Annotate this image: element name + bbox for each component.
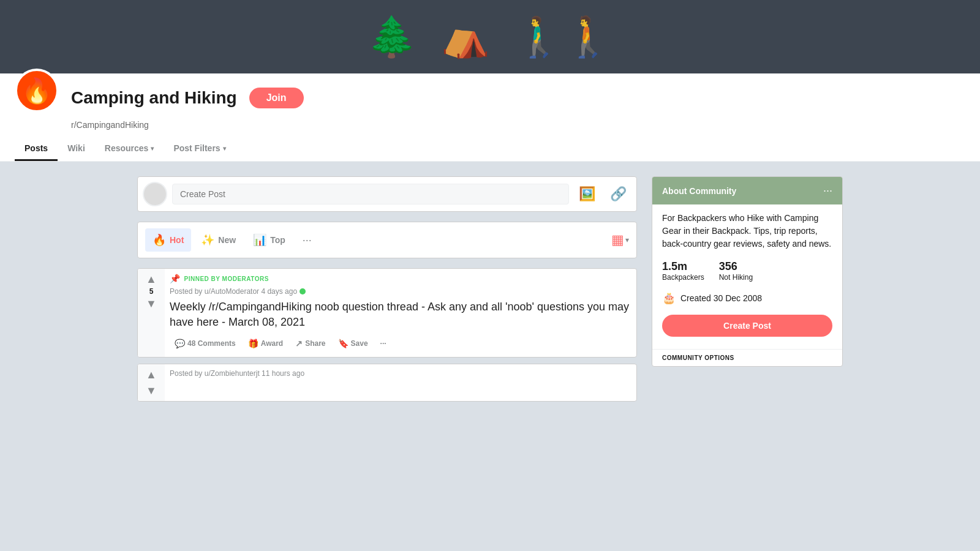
share-button-1[interactable]: ↗ Share <box>290 335 330 352</box>
post-actions-1: 💬 48 Comments 🎁 Award ↗ Share 🔖 Save <box>170 335 631 352</box>
post-content-2: Posted by u/Zombiehunterjt 11 hours ago <box>165 364 636 401</box>
community-description: For Backpackers who Hike with Camping Ge… <box>662 212 832 250</box>
post-content-1: 📌 PINNED BY MODERATORS Posted by u/AutoM… <box>165 269 636 357</box>
more-button-1[interactable]: ··· <box>375 335 391 351</box>
sort-hot-button[interactable]: 🔥 Hot <box>145 228 191 252</box>
online-count: 356 <box>719 260 753 273</box>
cake-icon: 🎂 <box>662 291 676 305</box>
community-avatar: 🔥 <box>15 69 59 113</box>
downvote-button-2[interactable]: ▼ <box>146 385 157 396</box>
post-filters-dropdown-arrow: ▾ <box>223 145 226 152</box>
image-upload-button[interactable]: 🖼️ <box>574 184 600 204</box>
community-banner: 🌲 ⛺ 🚶‍♂️🚶 <box>0 0 980 73</box>
award-icon-1: 🎁 <box>248 339 258 348</box>
sort-top-button[interactable]: 📊 Top <box>246 228 293 252</box>
tree-icon: 🌲 <box>368 14 417 60</box>
create-post-input[interactable] <box>172 184 569 204</box>
post-meta-1: Posted by u/AutoModerator 4 days ago <box>170 287 631 296</box>
resources-dropdown-arrow: ▾ <box>151 145 154 152</box>
about-community-card: About Community ··· For Backpackers who … <box>652 176 843 367</box>
award-button-1[interactable]: 🎁 Award <box>243 335 288 352</box>
post-title-1[interactable]: Weekly /r/CampingandHiking noob question… <box>170 299 631 330</box>
save-button-1[interactable]: 🔖 Save <box>333 335 373 352</box>
fire-icon: 🔥 <box>153 233 166 247</box>
sort-new-button[interactable]: ✨ New <box>194 228 243 252</box>
view-toggle-button[interactable]: ▦ ▾ <box>611 232 629 248</box>
community-options-label: COMMUNITY OPTIONS <box>652 349 842 366</box>
community-created: 🎂 Created 30 Dec 2008 <box>662 291 832 305</box>
left-column: 🖼️ 🔗 🔥 Hot ✨ New 📊 Top ··· ▦ ▾ <box>137 176 637 408</box>
members-count: 1.5m <box>662 260 704 273</box>
tab-post-filters[interactable]: Post Filters ▾ <box>164 137 235 161</box>
avatar-emoji: 🔥 <box>21 77 52 105</box>
chart-icon: 📊 <box>253 233 266 247</box>
save-icon-1: 🔖 <box>338 339 349 348</box>
user-avatar <box>143 182 167 206</box>
members-label: Backpackers <box>662 273 704 282</box>
mod-badge-1 <box>300 288 306 294</box>
vote-column-2: ▲ ▼ <box>138 364 165 401</box>
about-community-title: About Community <box>662 186 736 196</box>
sidebar-card-header: About Community ··· <box>652 177 842 204</box>
pinned-label: 📌 PINNED BY MODERATORS <box>170 274 631 283</box>
online-label: Not Hiking <box>719 273 753 282</box>
community-stats: 1.5m Backpackers 356 Not Hiking <box>662 260 832 282</box>
create-post-box: 🖼️ 🔗 <box>137 176 637 212</box>
sidebar-more-button[interactable]: ··· <box>823 184 832 197</box>
community-tabs: Posts Wiki Resources ▾ Post Filters ▾ <box>15 137 965 161</box>
share-icon-1: ↗ <box>295 339 303 348</box>
comments-icon-1: 💬 <box>175 339 185 348</box>
join-button[interactable]: Join <box>249 88 304 108</box>
stat-members: 1.5m Backpackers <box>662 260 704 282</box>
sparkle-icon: ✨ <box>201 233 214 247</box>
sort-bar: 🔥 Hot ✨ New 📊 Top ··· ▦ ▾ <box>137 222 637 258</box>
tent-icon: ⛺ <box>441 14 490 60</box>
link-button[interactable]: 🔗 <box>605 184 631 204</box>
post-meta-2: Posted by u/Zombiehunterjt 11 hours ago <box>170 369 631 378</box>
community-header: 🔥 Camping and Hiking Join r/CampingandHi… <box>0 73 980 162</box>
tab-posts[interactable]: Posts <box>15 137 58 161</box>
pin-icon: 📌 <box>170 274 181 283</box>
main-layout: 🖼️ 🔗 🔥 Hot ✨ New 📊 Top ··· ▦ ▾ <box>123 162 858 422</box>
view-dropdown-arrow: ▾ <box>625 236 629 244</box>
view-grid-icon: ▦ <box>611 232 624 248</box>
tab-resources[interactable]: Resources ▾ <box>95 137 164 161</box>
downvote-button-1[interactable]: ▼ <box>146 298 157 309</box>
community-title: Camping and Hiking <box>71 88 237 108</box>
comments-button-1[interactable]: 💬 48 Comments <box>170 335 241 352</box>
sidebar-card-body: For Backpackers who Hike with Camping Ge… <box>652 204 842 349</box>
stat-online: 356 Not Hiking <box>719 260 753 282</box>
community-header-top: 🔥 Camping and Hiking Join <box>15 83 965 113</box>
tab-wiki[interactable]: Wiki <box>58 137 95 161</box>
post-card-2: ▲ ▼ Posted by u/Zombiehunterjt 11 hours … <box>137 364 637 402</box>
hikers-icon: 🚶‍♂️🚶 <box>514 14 612 60</box>
post-card-pinned: ▲ 5 ▼ 📌 PINNED BY MODERATORS Posted by u… <box>137 268 637 358</box>
create-post-sidebar-button[interactable]: Create Post <box>662 315 832 337</box>
vote-count-1: 5 <box>149 287 154 296</box>
vote-column-1: ▲ 5 ▼ <box>138 269 165 357</box>
sort-more-button[interactable]: ··· <box>295 229 319 252</box>
upvote-button-1[interactable]: ▲ <box>146 274 157 285</box>
upvote-button-2[interactable]: ▲ <box>146 369 157 380</box>
community-subreddit: r/CampingandHiking <box>71 120 965 130</box>
right-sidebar: About Community ··· For Backpackers who … <box>652 176 843 408</box>
